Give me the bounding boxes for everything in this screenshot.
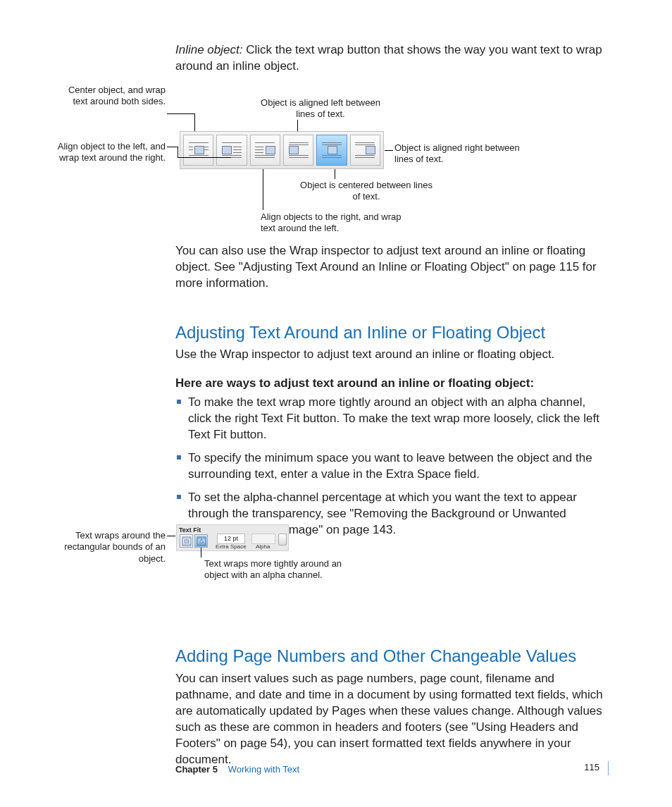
caption-align-right: Align objects to the right, and wrap tex… xyxy=(261,211,416,235)
wrap-left-button[interactable] xyxy=(216,135,247,166)
text-fit-panel: Text Fit 12 pt Extra Space Alpha xyxy=(176,524,289,551)
extra-space-field[interactable]: 12 pt xyxy=(217,534,245,544)
svg-rect-1 xyxy=(185,540,189,543)
wrap-inline-right-button[interactable] xyxy=(350,135,380,166)
text-fit-alpha-icon xyxy=(197,536,206,546)
text-fit-title: Text Fit xyxy=(179,526,201,534)
wrap-right-button[interactable] xyxy=(250,135,280,166)
section1-sub: Use the Wrap inspector to adjust text ar… xyxy=(175,347,609,363)
bullet-item: To specify the minimum space you want to… xyxy=(175,450,609,483)
text-fit-rect-button[interactable] xyxy=(180,534,193,548)
caption-fit-below: Text wraps more tightly around an object… xyxy=(204,558,366,581)
wrap-toolbar xyxy=(180,131,384,169)
page-footer: Chapter 5 Working with Text 115 xyxy=(175,761,609,775)
alpha-label: Alpha xyxy=(256,543,270,551)
figure-text-fit: Text Fit 12 pt Extra Space Alpha Text wr… xyxy=(56,524,409,588)
alpha-stepper[interactable] xyxy=(278,534,287,546)
wrap-inline-center-button[interactable] xyxy=(316,135,347,166)
svg-marker-5 xyxy=(199,539,204,543)
wrap-inline-center-icon xyxy=(322,142,342,158)
footer-page-number: 115 xyxy=(584,761,599,774)
text-fit-alpha-button[interactable] xyxy=(194,534,208,548)
text-fit-rect-icon xyxy=(182,536,192,546)
after-fig1-paragraph: You can also use the Wrap inspector to a… xyxy=(175,243,609,292)
wrap-inline-left-button[interactable] xyxy=(283,135,313,166)
section1-heading: Adjusting Text Around an Inline or Float… xyxy=(175,321,609,344)
caption-fit-left: Text wraps around the rectangular bounds… xyxy=(46,530,166,565)
section2-heading: Adding Page Numbers and Other Changeable… xyxy=(175,645,609,667)
caption-obj-left: Object is aligned left between lines of … xyxy=(261,97,380,121)
figure-wrap-buttons: Center object, and wrap text around both… xyxy=(56,85,620,236)
section1-bullets: To make the text wrap more tightly aroun… xyxy=(175,395,609,538)
footer-chapter: Chapter 5 xyxy=(175,764,218,775)
intro-lead: Inline object: xyxy=(175,43,242,56)
wrap-center-both-button[interactable] xyxy=(183,135,213,166)
wrap-left-icon xyxy=(222,142,242,158)
caption-align-left: Align object to the left, and wrap text … xyxy=(53,141,166,164)
wrap-center-both-icon xyxy=(189,142,209,158)
footer-chapter-title: Working with Text xyxy=(228,764,299,775)
section2-body: You can insert values such as page numbe… xyxy=(175,671,609,768)
intro-paragraph: Inline object: Click the text wrap butto… xyxy=(175,42,609,75)
caption-obj-centered: Object is centered between lines of text… xyxy=(296,180,437,203)
caption-center-both: Center object, and wrap text around both… xyxy=(53,85,166,108)
section1-bold-lead: Here are ways to adjust text around an i… xyxy=(175,376,609,392)
caption-obj-right: Object is aligned right between lines of… xyxy=(394,142,521,166)
wrap-inline-right-icon xyxy=(355,142,375,158)
bullet-item: To make the text wrap more tightly aroun… xyxy=(175,395,609,443)
alpha-field[interactable] xyxy=(251,534,275,544)
extra-space-label: Extra Space xyxy=(216,543,247,551)
wrap-right-icon xyxy=(255,142,275,158)
wrap-inline-left-icon xyxy=(289,142,309,158)
